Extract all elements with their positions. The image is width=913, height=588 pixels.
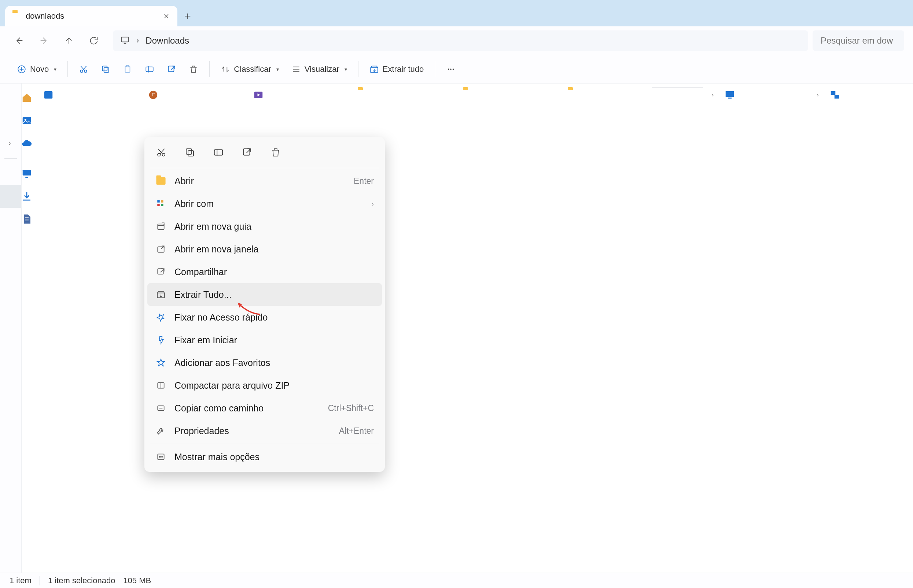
wrench-icon <box>155 425 167 436</box>
svg-point-40 <box>160 457 161 457</box>
extract-icon <box>155 289 167 300</box>
folder-icon <box>358 89 369 100</box>
new-button[interactable]: Novo ▾ <box>12 60 62 78</box>
share-button[interactable] <box>240 145 254 160</box>
chevron-right-icon: › <box>372 200 374 208</box>
svg-rect-8 <box>146 67 154 71</box>
folder-icon <box>568 89 579 100</box>
tab-title: downlaods <box>26 11 158 21</box>
menu-item-open-with[interactable]: Abrir com › <box>147 192 382 215</box>
copy-button[interactable] <box>183 145 197 160</box>
menu-item-compress-zip[interactable]: Compactar para arquivo ZIP <box>147 374 382 397</box>
rename-button[interactable] <box>140 60 159 78</box>
sidebar-item-home[interactable] <box>0 86 21 109</box>
svg-point-10 <box>448 68 449 69</box>
menu-item-share[interactable]: Compartilhar <box>147 260 382 283</box>
delete-button[interactable] <box>184 60 203 78</box>
menu-item-properties[interactable]: Propriedades Alt+Enter <box>147 420 382 442</box>
menu-item-pin-start[interactable]: Fixar em Iniciar <box>147 329 382 351</box>
sort-button[interactable]: Classificar ▾ <box>215 60 284 78</box>
toolbar: Novo ▾ Classificar ▾ Visualizar ▾ Extrai… <box>0 55 913 84</box>
pin-start-icon <box>155 334 167 346</box>
view-button[interactable]: Visualizar ▾ <box>286 60 352 78</box>
svg-point-17 <box>149 91 158 99</box>
menu-item-extract-all[interactable]: Extrair Tudo... <box>147 283 382 306</box>
nav-bar: › Downloads Pesquisar em dow <box>0 26 913 55</box>
cut-button[interactable] <box>74 60 94 78</box>
svg-rect-15 <box>23 170 31 176</box>
separator <box>358 61 358 77</box>
sidebar-item-pictures[interactable] <box>22 84 126 106</box>
video-icon <box>253 89 264 100</box>
svg-rect-35 <box>158 268 163 274</box>
menu-item-more-options[interactable]: Mostrar mais opções <box>147 446 382 468</box>
menu-item-open[interactable]: Abrir Enter <box>147 170 382 192</box>
refresh-button[interactable] <box>84 31 104 51</box>
sidebar-item-music[interactable] <box>126 84 231 106</box>
chevron-right-icon: › <box>712 92 714 98</box>
cloud-icon <box>21 138 32 149</box>
svg-rect-29 <box>157 200 160 203</box>
back-button[interactable] <box>9 31 29 51</box>
svg-rect-9 <box>168 66 174 71</box>
menu-item-open-new-tab[interactable]: Abrir em nova guia <box>147 215 382 238</box>
up-button[interactable] <box>59 31 79 51</box>
menu-item-add-favorites[interactable]: Adicionar aos Favoritos <box>147 351 382 374</box>
more-button[interactable] <box>441 60 461 78</box>
svg-rect-27 <box>214 150 223 155</box>
tab-downloads[interactable]: downlaods <box>5 6 177 26</box>
sidebar-item-this-pc[interactable]: › <box>703 84 808 106</box>
sidebar-item-documents[interactable] <box>0 208 21 231</box>
menu-item-open-new-window[interactable]: Abrir em nova janela <box>147 238 382 260</box>
svg-rect-32 <box>161 204 163 206</box>
new-tab-icon <box>155 221 167 232</box>
svg-rect-31 <box>157 204 160 206</box>
chevron-right-icon: › <box>817 92 819 98</box>
svg-rect-5 <box>103 66 107 71</box>
address-bar[interactable]: › Downloads <box>113 31 808 51</box>
rename-button[interactable] <box>211 145 226 160</box>
address-segment[interactable]: Downloads <box>146 36 189 46</box>
svg-rect-4 <box>104 68 109 72</box>
sidebar-item-videos[interactable] <box>231 84 337 106</box>
download-icon <box>21 191 32 202</box>
svg-point-39 <box>159 457 160 457</box>
forward-button[interactable] <box>34 31 54 51</box>
sidebar-item-folder-1[interactable] <box>337 84 441 106</box>
separator <box>150 168 379 168</box>
svg-rect-30 <box>161 200 163 203</box>
copy-button[interactable] <box>96 60 115 78</box>
search-input[interactable]: Pesquisar em dow <box>813 31 904 51</box>
context-menu-quick-actions <box>147 141 382 166</box>
share-button[interactable] <box>162 60 181 78</box>
extract-all-button[interactable]: Extrair tudo <box>364 60 429 78</box>
sidebar-item-desktop[interactable] <box>0 162 21 185</box>
pictures-icon <box>43 89 54 100</box>
delete-button[interactable] <box>268 145 283 160</box>
separator <box>150 444 379 444</box>
more-options-icon <box>155 451 167 462</box>
cut-button[interactable] <box>154 145 168 160</box>
folder-open-icon <box>155 176 167 186</box>
new-tab-button[interactable] <box>177 6 198 26</box>
search-placeholder: Pesquisar em dow <box>821 36 893 46</box>
apps-icon <box>155 198 167 209</box>
sidebar-item-folder-3[interactable] <box>547 84 651 106</box>
chevron-right-icon: › <box>9 140 11 147</box>
sidebar-item-gallery[interactable] <box>0 109 21 132</box>
sidebar-item-network[interactable]: › <box>808 84 913 106</box>
svg-rect-34 <box>158 247 164 252</box>
paste-button[interactable] <box>118 60 138 78</box>
sidebar-item-folder-2[interactable] <box>442 84 547 106</box>
menu-item-copy-path[interactable]: Copiar como caminho Ctrl+Shift+C <box>147 397 382 420</box>
desktop-icon <box>21 168 32 179</box>
menu-item-pin-quick-access[interactable]: Fixar no Acesso rápido <box>147 306 382 329</box>
separator <box>40 576 40 585</box>
new-label: Novo <box>30 65 49 74</box>
view-label: Visualizar <box>304 65 339 74</box>
music-icon <box>148 89 159 100</box>
sidebar-item-downloads[interactable] <box>0 185 21 208</box>
sidebar-item-onedrive[interactable]: › <box>0 132 21 155</box>
monitor-icon <box>120 36 130 46</box>
close-icon[interactable] <box>163 13 170 20</box>
